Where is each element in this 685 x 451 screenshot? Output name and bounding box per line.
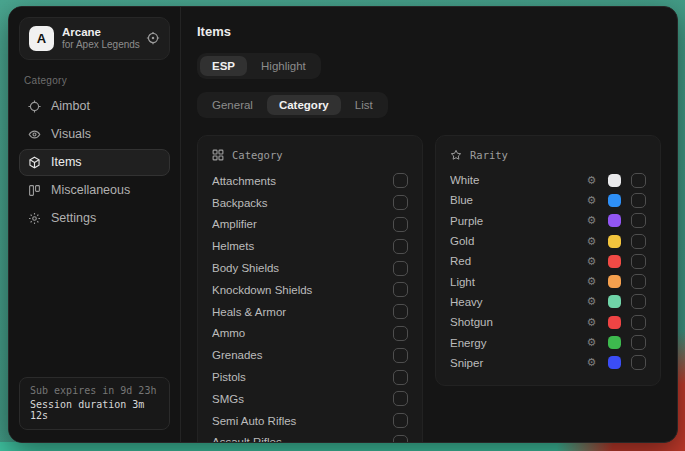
sidebar-item-visuals[interactable]: Visuals <box>19 121 170 148</box>
rarity-color-swatch[interactable] <box>608 356 621 369</box>
sidebar-item-settings[interactable]: Settings <box>19 205 170 232</box>
rarity-checkbox[interactable] <box>631 213 646 228</box>
rarity-settings-icon[interactable]: ⚙ <box>585 276 598 287</box>
eye-icon <box>28 128 41 141</box>
session-duration-text: Session duration 3m 12s <box>30 399 159 421</box>
rarity-row-label: Red <box>450 255 575 267</box>
mode-esp[interactable]: ESP <box>200 56 247 76</box>
app-logo: A <box>29 26 54 51</box>
category-row-label: Helmets <box>212 240 383 252</box>
category-checkbox[interactable] <box>393 413 408 428</box>
rarity-checkbox[interactable] <box>631 173 646 188</box>
rarity-settings-icon[interactable]: ⚙ <box>585 357 598 368</box>
rarity-settings-icon[interactable]: ⚙ <box>585 195 598 206</box>
mode-switch: ESP Highlight <box>197 53 321 79</box>
category-row: Attachments <box>212 170 408 192</box>
gear-icon <box>28 212 41 225</box>
rarity-checkbox[interactable] <box>631 274 646 289</box>
category-checkbox[interactable] <box>393 304 408 319</box>
rarity-settings-icon[interactable]: ⚙ <box>585 175 598 186</box>
rarity-panel: Rarity White ⚙ Blue ⚙ <box>435 135 661 386</box>
rarity-row: Blue ⚙ <box>450 190 646 210</box>
sidebar-item-label: Items <box>51 155 82 169</box>
rarity-color-swatch[interactable] <box>608 235 621 248</box>
app-subtitle: for Apex Legends <box>62 39 138 52</box>
rarity-row: Sniper ⚙ <box>450 353 646 373</box>
category-row: Body Shields <box>212 257 408 279</box>
subscription-card: Sub expires in 9d 23h Session duration 3… <box>19 377 170 430</box>
category-row: Knockdown Shields <box>212 279 408 301</box>
category-checkbox[interactable] <box>393 326 408 341</box>
rarity-row-label: Light <box>450 276 575 288</box>
rarity-checkbox[interactable] <box>631 234 646 249</box>
rarity-row-label: Heavy <box>450 296 575 308</box>
category-checkbox[interactable] <box>393 217 408 232</box>
rarity-color-swatch[interactable] <box>608 275 621 288</box>
category-row: Pistols <box>212 366 408 388</box>
sidebar-item-miscellaneous[interactable]: Miscellaneous <box>19 177 170 204</box>
sidebar-item-label: Aimbot <box>51 99 90 113</box>
rarity-settings-icon[interactable]: ⚙ <box>585 236 598 247</box>
category-row: Amplifier <box>212 214 408 236</box>
category-row-label: Attachments <box>212 175 383 187</box>
target-icon[interactable] <box>146 31 160 45</box>
page-title: Items <box>197 24 661 39</box>
rarity-color-swatch[interactable] <box>608 214 621 227</box>
crosshair-icon <box>28 100 41 113</box>
rarity-color-swatch[interactable] <box>608 295 621 308</box>
category-checkbox[interactable] <box>393 435 408 442</box>
category-row: Assault Rifles <box>212 432 408 442</box>
brand-text: Arcane for Apex Legends <box>62 25 138 52</box>
tab-bar: General Category List <box>197 92 388 118</box>
rarity-settings-icon[interactable]: ⚙ <box>585 256 598 267</box>
rarity-checkbox[interactable] <box>631 355 646 370</box>
category-checkbox[interactable] <box>393 282 408 297</box>
rarity-row-label: Blue <box>450 194 575 206</box>
category-checkbox[interactable] <box>393 239 408 254</box>
category-row-label: Heals & Armor <box>212 306 383 318</box>
rarity-row: Red ⚙ <box>450 251 646 271</box>
tab-general[interactable]: General <box>200 95 265 115</box>
rarity-row: Purple ⚙ <box>450 211 646 231</box>
tab-category[interactable]: Category <box>267 95 341 115</box>
rarity-row-label: Gold <box>450 235 575 247</box>
category-row-label: Grenades <box>212 349 383 361</box>
category-checkbox[interactable] <box>393 173 408 188</box>
rarity-checkbox[interactable] <box>631 315 646 330</box>
category-row: Ammo <box>212 323 408 345</box>
app-window: A Arcane for Apex Legends Category Aimbo… <box>8 6 678 443</box>
rarity-color-swatch[interactable] <box>608 174 621 187</box>
rarity-color-swatch[interactable] <box>608 194 621 207</box>
rarity-checkbox[interactable] <box>631 294 646 309</box>
sidebar-item-items[interactable]: Items <box>19 149 170 176</box>
category-checkbox[interactable] <box>393 370 408 385</box>
rarity-color-swatch[interactable] <box>608 255 621 268</box>
sidebar-item-aimbot[interactable]: Aimbot <box>19 93 170 120</box>
rarity-settings-icon[interactable]: ⚙ <box>585 337 598 348</box>
rarity-settings-icon[interactable]: ⚙ <box>585 215 598 226</box>
tab-list[interactable]: List <box>343 95 385 115</box>
rarity-checkbox[interactable] <box>631 335 646 350</box>
rarity-checkbox[interactable] <box>631 254 646 269</box>
brand-card: A Arcane for Apex Legends <box>19 17 170 60</box>
rarity-row-label: Shotgun <box>450 316 575 328</box>
sidebar-item-label: Settings <box>51 211 96 225</box>
mode-highlight[interactable]: Highlight <box>249 56 318 76</box>
category-row: Helmets <box>212 235 408 257</box>
rarity-settings-icon[interactable]: ⚙ <box>585 317 598 328</box>
category-checkbox[interactable] <box>393 195 408 210</box>
panels: Category Attachments Backpacks <box>197 135 661 442</box>
category-row: Semi Auto Rifles <box>212 410 408 432</box>
category-checkbox[interactable] <box>393 391 408 406</box>
category-row: Grenades <box>212 344 408 366</box>
rarity-checkbox[interactable] <box>631 193 646 208</box>
category-row-label: Pistols <box>212 371 383 383</box>
category-checkbox[interactable] <box>393 261 408 276</box>
rarity-panel-header: Rarity <box>450 149 646 161</box>
category-checkbox[interactable] <box>393 348 408 363</box>
rarity-settings-icon[interactable]: ⚙ <box>585 296 598 307</box>
sidebar-spacer <box>19 233 170 377</box>
rarity-color-swatch[interactable] <box>608 316 621 329</box>
rarity-color-swatch[interactable] <box>608 336 621 349</box>
rarity-row-label: Purple <box>450 215 575 227</box>
